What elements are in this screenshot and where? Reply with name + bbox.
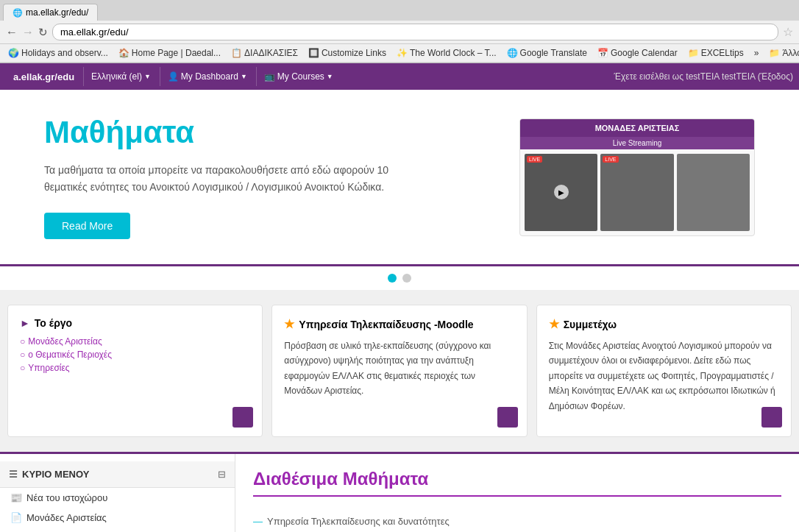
card-nav-ypiresias[interactable]: ○ Υπηρεσίες (20, 363, 250, 373)
forward-button[interactable]: → (22, 26, 34, 39)
bookmark-icon: ✨ (397, 48, 408, 58)
bookmark-icon: 📅 (597, 48, 608, 58)
tab-favicon: 🌐 (13, 8, 23, 18)
play-button[interactable]: ▶ (554, 185, 569, 199)
bookmark-translate[interactable]: 🌐 Google Translate (503, 46, 591, 60)
sidebar-item-label: Μονάδες Αριστείας (26, 512, 107, 523)
nav-courses[interactable]: 📺 My Courses ▼ (256, 67, 341, 86)
sidebar-item-news[interactable]: 📰 Νέα του ιστοχώρου (0, 488, 235, 508)
card-corner-button-1[interactable] (232, 407, 253, 428)
hero-text: Μαθήματα Τα μαθήματα τα οποία μπορείτε ν… (44, 115, 412, 239)
user-status: Έχετε εισέλθει ως testTEIA testTEIA (Έξο… (614, 71, 793, 82)
sidebar: ☰ ΚΥΡΙΟ ΜΕΝΟΥ ⊟ 📰 Νέα του ιστοχώρου 📄 Μο… (0, 454, 235, 532)
card-title-text: Το έργο (35, 317, 72, 329)
bookmark-label: ΔΙΑΔΙΚΑΣΙΕΣ (244, 48, 298, 58)
hero-banner: Μαθήματα Τα μαθήματα τα οποία μπορείτε ν… (0, 90, 799, 266)
nav-bullet: ○ (20, 363, 25, 373)
chevron-down-icon: ▼ (241, 73, 247, 80)
address-input[interactable] (52, 24, 778, 40)
courses-icon: 📺 (264, 71, 275, 82)
bookmark-icon: 🏠 (118, 48, 129, 58)
sidebar-title-text: ΚΥΡΙΟ ΜΕΝΟΥ (22, 469, 89, 480)
card-title-summetexo: ★ Συμμετέχω (549, 317, 779, 331)
card-corner-button-3[interactable] (761, 407, 782, 428)
star-icon: ★ (549, 317, 559, 331)
back-button[interactable]: ← (6, 26, 18, 39)
browser-frame: 🌐 ma.ellak.gr/edu/ ← → ↻ ☆ 🌍 Holidays an… (0, 0, 799, 63)
bookmark-worldclock[interactable]: ✨ The World Clock – T... (393, 46, 500, 60)
card-tilepaideusi: ★ Υπηρεσία Τηλεκπαίδευσης -Moodle Πρόσβα… (271, 305, 527, 437)
card-nav-monades[interactable]: ○ Μονάδες Αριστείας (20, 336, 250, 347)
tab-bar: 🌐 ma.ellak.gr/edu/ (0, 0, 799, 21)
card-summetexo: ★ Συμμετέχω Στις Μονάδες Αριστείας Ανοιχ… (536, 305, 792, 437)
bookmark-label: Google Translate (520, 48, 587, 58)
image-title-text: ΜΟΝΑΔΕΣ ΑΡΙΣΤΕΙΑΣ (525, 124, 750, 132)
bookmark-holidays[interactable]: 🌍 Holidays and observ... (4, 46, 112, 60)
read-more-button[interactable]: Read More (44, 213, 130, 239)
site-brand: a.ellak.gr/edu (6, 71, 82, 82)
chevron-down-icon: ▼ (327, 73, 333, 80)
bookmark-homepage[interactable]: 🏠 Home Page | Daedal... (115, 46, 224, 60)
sidebar-collapse-icon[interactable]: ⊟ (218, 469, 226, 480)
bookmark-icon: 🌍 (8, 48, 19, 58)
star-button[interactable]: ☆ (783, 25, 793, 39)
nav-language-label: Ελληνικά (el) (91, 71, 142, 82)
dashboard-icon: 👤 (168, 71, 179, 82)
bookmark-label: Customize Links (322, 48, 386, 58)
nav-bullet: ○ (20, 336, 25, 347)
nav-icon: ► (20, 317, 30, 329)
bookmarks-bar: 🌍 Holidays and observ... 🏠 Home Page | D… (0, 44, 799, 63)
nav-dashboard-label: My Dashboard (181, 71, 238, 82)
news-icon: 📰 (10, 493, 22, 503)
nav-bullet: ○ (20, 350, 25, 360)
site-nav: a.ellak.gr/edu Ελληνικά (el) ▼ 👤 My Dash… (0, 63, 799, 90)
bookmark-label: The World Clock – T... (410, 48, 497, 58)
bookmark-icon: 🌐 (507, 48, 518, 58)
address-bar: ← → ↻ ☆ (0, 21, 799, 44)
bookmark-calendar[interactable]: 📅 Google Calendar (594, 46, 681, 60)
bookmark-allo[interactable]: 📁 Άλλο (765, 46, 799, 60)
hero-description: Τα μαθήματα τα οποία μπορείτε να παρακολ… (44, 162, 412, 195)
card-to-ergo: ► Το έργο ○ Μονάδες Αριστείας ○ ο Θεματι… (7, 305, 263, 437)
site-nav-left: a.ellak.gr/edu Ελληνικά (el) ▼ 👤 My Dash… (6, 67, 341, 86)
card-nav-label: ο Θεματικές Περιοχές (28, 350, 112, 360)
active-tab[interactable]: 🌐 ma.ellak.gr/edu/ (3, 4, 98, 21)
chevron-down-icon: ▼ (144, 73, 151, 80)
bookmark-label: EXCELtips (701, 48, 744, 58)
sidebar-title: ☰ ΚΥΡΙΟ ΜΕΝΟΥ (9, 469, 89, 480)
bookmark-diadikasies[interactable]: 📋 ΔΙΑΔΙΚΑΣΙΕΣ (227, 46, 302, 60)
hero-image-subtitle: Live Streaming (520, 137, 754, 149)
bookmark-label: Άλλο (782, 48, 799, 58)
item-icon: — (253, 516, 263, 527)
nav-dashboard[interactable]: 👤 My Dashboard ▼ (160, 67, 255, 86)
card-nav-label: Μονάδες Αριστείας (28, 336, 102, 347)
list-item: — Υπηρεσία Τηλεκπαίδευσης και δυνατότητε… (253, 508, 781, 532)
bookmark-customize[interactable]: 🔲 Customize Links (305, 46, 390, 60)
sidebar-item-oroi[interactable]: 📄 Όροι χρήσης (0, 528, 235, 532)
bookmark-icon: 🔲 (308, 48, 319, 58)
main-layout: ☰ ΚΥΡΙΟ ΜΕΝΟΥ ⊟ 📰 Νέα του ιστοχώρου 📄 Μο… (0, 454, 799, 532)
thumbnail-2: LIVE (600, 154, 673, 231)
carousel-dot-2[interactable] (402, 274, 411, 283)
tab-label: ma.ellak.gr/edu/ (26, 7, 88, 18)
content-title: Διαθέσιμα Μαθήματα (253, 469, 781, 497)
card-title-tilepaideusi: ★ Υπηρεσία Τηλεκπαίδευσης -Moodle (284, 317, 514, 331)
sidebar-item-label: Νέα του ιστοχώρου (26, 492, 107, 503)
nav-courses-label: My Courses (277, 71, 324, 82)
sidebar-item-monades[interactable]: 📄 Μονάδες Αριστείας (0, 508, 235, 528)
card-corner-button-2[interactable] (497, 407, 518, 428)
hero-title: Μαθήματα (44, 115, 412, 150)
menu-icon: ☰ (9, 469, 18, 480)
reload-button[interactable]: ↻ (38, 26, 48, 39)
bookmark-icon: 📋 (231, 48, 242, 58)
bookmark-excel[interactable]: 📁 EXCELtips (684, 46, 747, 60)
card-text-tilepaideusi: Πρόσβαση σε υλικό τηλε-εκπαίδευσης (σύγχ… (284, 338, 514, 399)
carousel-dot-1[interactable] (388, 274, 397, 283)
bookmark-icon: 📁 (769, 48, 780, 58)
nav-language[interactable]: Ελληνικά (el) ▼ (83, 67, 158, 86)
live-badge: LIVE (603, 156, 618, 163)
hero-image-body: LIVE ▶ LIVE (520, 149, 754, 235)
bookmark-label: Home Page | Daedal... (132, 48, 221, 58)
bookmark-more[interactable]: » (750, 46, 763, 60)
card-nav-thematikes[interactable]: ○ ο Θεματικές Περιοχές (20, 350, 250, 360)
